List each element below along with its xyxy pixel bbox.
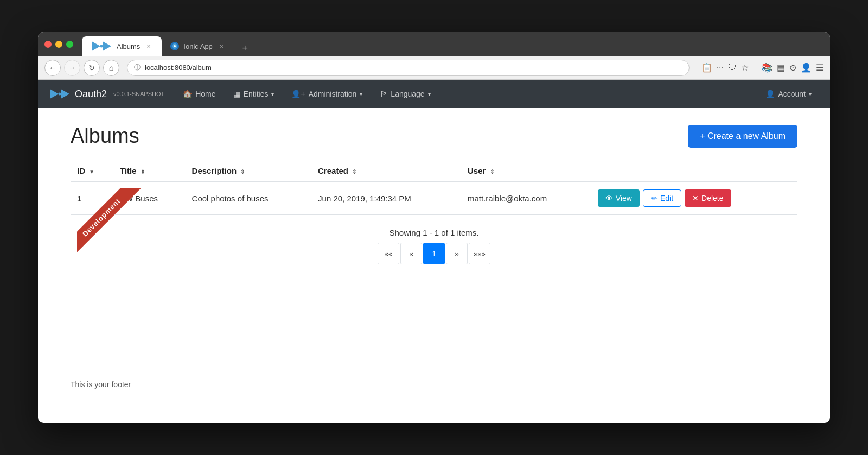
reload-icon: ↻	[88, 64, 95, 72]
nav-language[interactable]: 🏳 Language ▾	[372, 85, 438, 103]
language-nav-icon: 🏳	[380, 90, 387, 98]
profile-icon[interactable]: 👤	[801, 62, 812, 73]
col-created-label: Created	[318, 166, 348, 175]
home-nav-icon: 🏠	[183, 90, 192, 98]
col-created[interactable]: Created ⇕	[311, 161, 461, 181]
language-caret-icon: ▾	[428, 91, 431, 97]
pencil-icon: ✏	[651, 194, 658, 203]
page-prev-button[interactable]: «	[400, 243, 422, 264]
albums-table-container: ID ▼ Title ⇕ Description ⇕	[71, 161, 797, 215]
administration-caret-icon: ▾	[360, 91, 362, 97]
brand-logo	[49, 88, 71, 100]
url-text: localhost:8080/album	[145, 64, 212, 72]
brand-version: v0.0.1-SNAPSHOT	[113, 91, 164, 97]
svg-point-2	[174, 45, 176, 47]
eye-icon: 👁	[605, 194, 613, 203]
table-header-row: ID ▼ Title ⇕ Description ⇕	[71, 161, 797, 181]
col-description-label: Description	[192, 166, 237, 175]
bowtie-tab-icon	[91, 40, 112, 52]
col-description[interactable]: Description ⇕	[186, 161, 311, 181]
entities-caret-icon: ▾	[271, 91, 274, 97]
footer-text: This is your footer	[71, 380, 131, 389]
id-sort-icon: ▼	[89, 169, 94, 175]
view-button[interactable]: 👁 View	[598, 189, 640, 207]
tab-ionic-label: Ionic App	[183, 42, 213, 50]
url-bar[interactable]: ⓘ localhost:8080/album	[127, 60, 690, 76]
screenshot-icon[interactable]: ⊙	[789, 62, 796, 73]
administration-nav-icon: 👤+	[291, 90, 305, 98]
home-button[interactable]: ⌂	[103, 60, 119, 76]
close-button[interactable]	[44, 41, 52, 48]
nav-entities[interactable]: ▦ Entities ▾	[226, 85, 282, 103]
page-1-button[interactable]: 1	[423, 243, 445, 264]
nav-account[interactable]: 👤 Account ▾	[758, 85, 819, 103]
maximize-button[interactable]	[66, 41, 73, 48]
page-next-button[interactable]: »	[446, 243, 468, 264]
created-sort-icon: ⇕	[352, 169, 356, 175]
page-first-button[interactable]: ««	[378, 243, 399, 264]
col-id-label: ID	[77, 166, 85, 175]
ionic-tab-icon	[171, 43, 178, 49]
forward-icon: →	[68, 64, 76, 72]
star-icon[interactable]: ☆	[741, 62, 749, 73]
reload-button[interactable]: ↻	[84, 60, 100, 76]
tab-ionic[interactable]: Ionic App ✕	[162, 36, 234, 56]
more-options-icon[interactable]: ···	[717, 63, 724, 73]
tab-albums-close[interactable]: ✕	[144, 42, 153, 50]
col-user[interactable]: User ⇕	[461, 161, 591, 181]
app-footer: This is your footer	[38, 369, 830, 400]
svg-point-3	[59, 93, 61, 96]
new-tab-button[interactable]: +	[238, 41, 253, 56]
cell-user: matt.raible@okta.com	[461, 181, 591, 215]
pagination-container: Showing 1 - 1 of 1 items. «« « 1 » »»»	[71, 228, 797, 264]
nav-administration[interactable]: 👤+ Administration ▾	[284, 85, 370, 103]
account-caret-icon: ▾	[809, 91, 812, 97]
pagination: «« « 1 » »»»	[378, 243, 490, 264]
back-icon: ←	[49, 64, 56, 72]
tab-albums-label: Albums	[117, 42, 140, 50]
main-content: Albums + Create a new Album ID ▼ Title	[38, 108, 830, 369]
nav-administration-label: Administration	[309, 90, 357, 98]
page-header: Albums + Create a new Album	[71, 124, 797, 148]
bookmark-list-icon[interactable]: 📋	[701, 62, 712, 73]
delete-button[interactable]: ✕ Delete	[685, 189, 731, 207]
nav-items: 🏠 Home ▦ Entities ▾ 👤+ Administration ▾ …	[175, 85, 819, 103]
col-title-label: Title	[120, 166, 137, 175]
sidebar-icon[interactable]: ▤	[777, 62, 785, 73]
create-album-button[interactable]: + Create a new Album	[688, 125, 797, 148]
title-sort-icon: ⇕	[141, 169, 145, 175]
col-id[interactable]: ID ▼	[71, 161, 113, 181]
brand-name: Oauth2	[75, 89, 107, 100]
page-last-button[interactable]: »»»	[469, 243, 490, 264]
col-title[interactable]: Title ⇕	[113, 161, 186, 181]
edit-button[interactable]: ✏ Edit	[643, 189, 681, 207]
hamburger-icon[interactable]: ☰	[816, 62, 824, 73]
tab-ionic-close[interactable]: ✕	[217, 42, 226, 50]
cell-actions: 👁 View ✏ Edit ✕ Delete	[591, 181, 797, 215]
nav-language-label: Language	[391, 90, 424, 98]
cell-id: 1	[71, 181, 113, 215]
page-title: Albums	[71, 124, 139, 148]
library-icon[interactable]: 📚	[762, 62, 773, 73]
times-icon: ✕	[692, 194, 699, 203]
nav-home[interactable]: 🏠 Home	[175, 85, 223, 103]
minimize-button[interactable]	[55, 41, 62, 48]
col-user-label: User	[468, 166, 486, 175]
nav-account-label: Account	[778, 90, 806, 98]
albums-table: ID ▼ Title ⇕ Description ⇕	[71, 161, 797, 215]
nav-entities-label: Entities	[244, 90, 269, 98]
nav-home-label: Home	[195, 90, 215, 98]
shield-icon[interactable]: 🛡	[728, 63, 737, 73]
pagination-info: Showing 1 - 1 of 1 items.	[71, 228, 797, 237]
user-sort-icon: ⇕	[490, 169, 494, 175]
description-sort-icon: ⇕	[240, 169, 245, 175]
content-area: Development Albums + Create a new Album …	[38, 108, 830, 400]
cell-created: Jun 20, 2019, 1:49:34 PM	[311, 181, 461, 215]
col-actions	[591, 161, 797, 181]
tab-albums[interactable]: Albums ✕	[82, 36, 162, 56]
app-navbar: Oauth2 v0.0.1-SNAPSHOT 🏠 Home ▦ Entities…	[38, 80, 830, 108]
app-brand[interactable]: Oauth2 v0.0.1-SNAPSHOT	[49, 88, 164, 100]
forward-button[interactable]: →	[64, 60, 80, 76]
cell-title: VW Buses	[113, 181, 186, 215]
back-button[interactable]: ←	[44, 60, 61, 76]
